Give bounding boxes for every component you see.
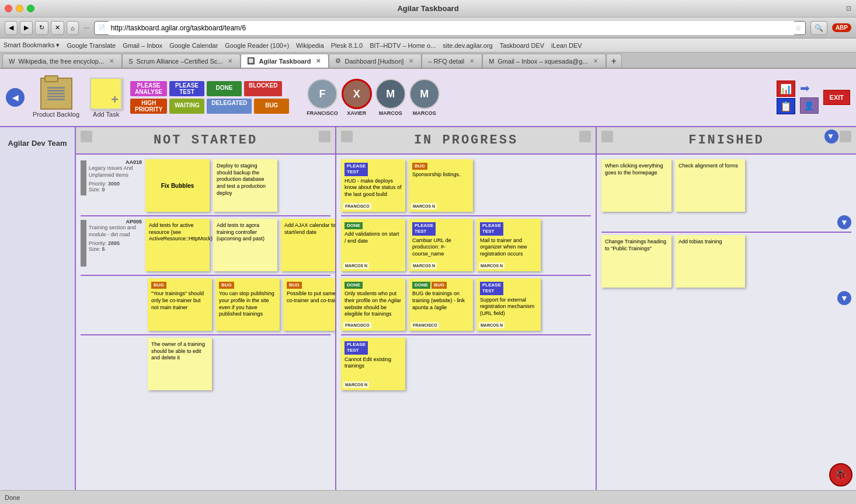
stop-button[interactable]: ✕: [51, 21, 64, 35]
bookmarks-reader[interactable]: Google Reader (100+): [225, 42, 289, 49]
badge-done[interactable]: DONE: [207, 81, 242, 96]
card-support-external[interactable]: PLEASETEST Support for external registra…: [476, 278, 541, 331]
card-bug-trainings[interactable]: DONE BUG BUG de trainings on training (w…: [409, 278, 473, 331]
home-button[interactable]: ⌂: [67, 21, 79, 35]
badge-please-test[interactable]: PLEASETEST: [169, 81, 204, 96]
reload-button[interactable]: ↻: [35, 21, 48, 35]
ip-row-3: DONE Only students who put their profile…: [341, 278, 591, 331]
bookmarks-taskboard[interactable]: Taskboard DEV: [500, 42, 544, 49]
fin-scroll-btn-1[interactable]: ▼: [837, 215, 851, 229]
card-add-tobias[interactable]: Add tobias training: [675, 235, 745, 288]
reports-icon[interactable]: 📊 📋: [777, 80, 795, 114]
card-cambiar-url[interactable]: PLEASETEST Cambiar URL de produccion: #-…: [409, 219, 473, 271]
badge-delegated[interactable]: DELEGATED: [207, 99, 252, 114]
bookmarks-wikipedia[interactable]: Wikipedia: [296, 42, 324, 49]
avatar-francisco[interactable]: F FRANCISCO: [307, 79, 338, 116]
card-deploy-staging[interactable]: Deploy to staging should backup the prod…: [213, 159, 277, 212]
card-owner-training-text: The owner of a training should be able t…: [151, 341, 205, 360]
fin-scroll-btn-2[interactable]: ▼: [837, 291, 851, 305]
product-backlog-button[interactable]: Product Backlog: [30, 75, 82, 120]
bookmarks-bithdtv[interactable]: BIT–HDTV – Home o...: [370, 42, 436, 49]
card-add-validations[interactable]: DONE Add validations on start / end date…: [341, 219, 405, 271]
tab-hudson[interactable]: ⚙ Dashboard [Hudson] ✕: [329, 54, 422, 68]
resize-icon[interactable]: ⊡: [846, 5, 851, 12]
bookmarks-calendar[interactable]: Google Calendar: [169, 42, 218, 49]
story-aa018-id: AA018: [89, 159, 142, 165]
ip-row-2: DONE Add validations on start / end date…: [341, 219, 591, 271]
arrow-right-icon[interactable]: ➡: [800, 81, 819, 95]
card-check-alignment[interactable]: Check alignment of forms: [675, 159, 745, 212]
maximize-window-button[interactable]: [27, 5, 34, 12]
card-fix-bubbles[interactable]: Fix Bubbles: [145, 159, 210, 212]
story-separator-2: [81, 275, 330, 276]
forward-button[interactable]: ▶: [20, 21, 33, 35]
finished-scroll-button[interactable]: ▼: [824, 130, 838, 144]
card-your-trainings[interactable]: BUG "Your trainings" should only be co-t…: [148, 278, 212, 331]
fin-separator-1: [601, 232, 851, 233]
tab-rfq[interactable]: – RFQ detail ✕: [422, 54, 482, 68]
bookmarks-smart[interactable]: Smart Bookmarks ▾: [4, 41, 60, 49]
badge-please-analyse[interactable]: PLEASEANALYSE: [130, 81, 167, 96]
tab-agilar[interactable]: 🔲 Agilar Taskboard ✕: [241, 54, 329, 68]
badge-high-priority[interactable]: HIGHPRIORITY: [130, 99, 167, 114]
card-cannot-edit[interactable]: PLEASETEST Cannot Edit existing training…: [341, 338, 405, 390]
tab-wikipedia-close[interactable]: ✕: [107, 57, 116, 65]
bug-report-icon[interactable]: 🐞: [829, 463, 852, 487]
card-change-trainings-text: Change Trainings heading to "Public Trai…: [605, 239, 666, 251]
tab-agilar-close[interactable]: ✕: [314, 57, 322, 65]
card-add-tests-active[interactable]: Add tests for active resource (see Activ…: [145, 219, 210, 271]
card-mail-trainer[interactable]: PLEASETEST Mail to trainer and organizer…: [476, 219, 541, 271]
card-stop-publishing[interactable]: BUG You can stop publishing your profile…: [215, 278, 280, 331]
back-button[interactable]: ◀: [5, 21, 18, 35]
tab-gmail-close[interactable]: ✕: [591, 57, 600, 65]
tab-scrum[interactable]: S Scrum Alliance –Certified Sc... ✕: [122, 54, 241, 68]
card-hud-text: HUD - make deploys know about the status…: [345, 178, 402, 198]
badge-bug[interactable]: BUG: [254, 99, 289, 114]
tab-hudson-close[interactable]: ✕: [407, 57, 415, 65]
close-window-button[interactable]: [5, 5, 12, 12]
card-change-trainings[interactable]: Change Trainings heading to "Public Trai…: [601, 235, 671, 288]
bookmarks-bar: Smart Bookmarks ▾ Google Translate Gmail…: [0, 38, 856, 52]
bookmarks-ilean[interactable]: iLean DEV: [551, 42, 582, 49]
card-when-clicking[interactable]: When clicking everything goes to the hom…: [601, 159, 671, 212]
minimize-window-button[interactable]: [16, 5, 23, 12]
badge-blocked[interactable]: BLOCKED: [244, 81, 282, 96]
badge-waiting[interactable]: WAITING: [169, 99, 204, 114]
card-owner-training[interactable]: The owner of a training should be able t…: [148, 338, 212, 390]
column-in-progress: IN PROGRESS PLEASETEST HUD - make deploy…: [336, 127, 597, 490]
avatar-xavier[interactable]: X XAVIER: [342, 79, 372, 116]
abp-icon[interactable]: ABP: [832, 23, 851, 32]
tab-gmail[interactable]: M Gmail – Inbox – xquesada@g... ✕: [482, 54, 606, 68]
bookmarks-site[interactable]: site.dev.agilar.org: [443, 42, 492, 49]
bookmarks-gmail[interactable]: Gmail – Inbox: [123, 42, 162, 49]
bookmarks-plesk[interactable]: Plesk 8.1.0: [331, 42, 363, 49]
star-icon[interactable]: ☆: [795, 24, 802, 32]
tab-wikipedia[interactable]: W Wikipedia, the free encyclop... ✕: [2, 54, 122, 68]
avatar-francisco-name: FRANCISCO: [307, 110, 338, 116]
card-stop-publishing-badge: BUG: [219, 282, 234, 289]
search-button[interactable]: 🔍: [810, 21, 827, 35]
card-same-cotrainer[interactable]: BUG Possible to put same co-trainer and …: [283, 278, 335, 331]
tab-new[interactable]: +: [606, 54, 622, 68]
card-ajax-calendar[interactable]: Add AJAX calendar to start/end date: [281, 219, 335, 271]
story-ap005-size-label: Size: 5: [89, 246, 142, 252]
tab-rfq-close[interactable]: ✕: [468, 57, 476, 65]
add-task-button[interactable]: + Add Task: [88, 75, 124, 120]
card-add-tests-agora[interactable]: Add tests to agora training controller (…: [213, 219, 277, 271]
card-hud-badge: PLEASETEST: [345, 163, 368, 176]
exit-button[interactable]: EXIT: [823, 90, 850, 105]
card-hud-deploys[interactable]: PLEASETEST HUD - make deploys know about…: [341, 159, 405, 212]
nav-back-button[interactable]: ◀: [6, 88, 25, 107]
user-icon[interactable]: 👤: [800, 97, 819, 114]
avatar-marcos2[interactable]: M MARCOS: [409, 79, 440, 116]
card-only-students[interactable]: DONE Only students who put their profile…: [341, 278, 405, 331]
card-sponsorship[interactable]: BUG Sponsorship listings. MARCOS N: [409, 159, 473, 212]
card-add-tobias-text: Add tobias training: [678, 239, 722, 244]
tab-scrum-close[interactable]: ✕: [226, 57, 234, 65]
story-separator-3: [81, 334, 330, 335]
backlog-label: Product Backlog: [33, 111, 79, 118]
page-icon: 📄: [98, 24, 105, 31]
avatar-marcos[interactable]: M MARCOS: [375, 79, 406, 116]
bookmarks-translate[interactable]: Google Translate: [67, 42, 116, 49]
address-input[interactable]: [107, 21, 795, 35]
